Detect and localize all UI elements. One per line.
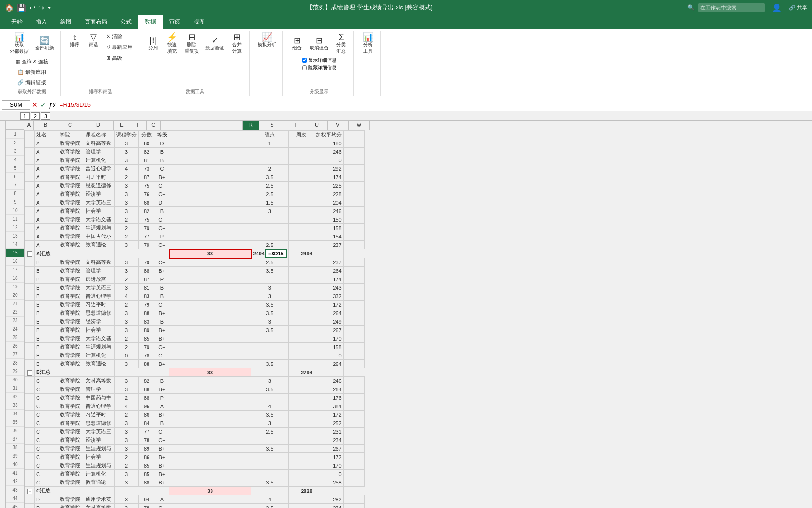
- cell-C42[interactable]: 教育学院: [58, 478, 84, 487]
- cell-A5[interactable]: [25, 165, 35, 173]
- cell-D44[interactable]: 通用学术英: [84, 495, 115, 504]
- tab-shitu[interactable]: 视图: [187, 15, 211, 29]
- cell-B16[interactable]: B: [35, 258, 58, 267]
- cell-B8[interactable]: A: [35, 190, 58, 198]
- cell-S9[interactable]: [288, 198, 314, 207]
- cell-S33[interactable]: [288, 402, 314, 411]
- cell-B13[interactable]: A: [35, 232, 58, 241]
- cell-G3[interactable]: B: [155, 148, 169, 156]
- cell-C40[interactable]: 教育学院: [58, 461, 84, 470]
- cell-U18[interactable]: [343, 275, 364, 284]
- cell-G24[interactable]: B+: [155, 326, 169, 334]
- cell-R28[interactable]: 3.5: [251, 360, 289, 368]
- cell-B41[interactable]: C: [35, 470, 58, 478]
- cell-U12[interactable]: [343, 224, 364, 232]
- cell-F24[interactable]: 89: [139, 326, 155, 334]
- cell-T6[interactable]: 174: [314, 173, 343, 182]
- cell-G26[interactable]: C+: [155, 343, 169, 351]
- cell-R37[interactable]: [251, 436, 289, 444]
- cell-D18[interactable]: 逃进放宫: [84, 275, 115, 284]
- col-header-F[interactable]: F: [130, 121, 147, 130]
- cell-U11[interactable]: [343, 215, 364, 224]
- cell-F3[interactable]: 82: [139, 148, 155, 156]
- cell-G33[interactable]: A: [155, 402, 169, 411]
- cell-G31[interactable]: B+: [155, 385, 169, 394]
- cell-D41[interactable]: 计算机化: [84, 470, 115, 478]
- cell-E3[interactable]: 3: [115, 148, 139, 156]
- cell-B7[interactable]: A: [35, 182, 58, 190]
- cell-S38[interactable]: [288, 444, 314, 453]
- cell-A26[interactable]: [25, 343, 35, 351]
- get-external-btn[interactable]: 📊 获取 外部数据: [8, 32, 31, 56]
- cell-R25[interactable]: [251, 334, 289, 343]
- cell-A30[interactable]: [25, 377, 35, 385]
- cell-U14[interactable]: [343, 241, 364, 249]
- cell-B35[interactable]: C: [35, 419, 58, 428]
- cell-C13[interactable]: 教育学院: [58, 232, 84, 241]
- cell-R39[interactable]: [251, 453, 289, 461]
- cell-HQ31[interactable]: [169, 385, 251, 394]
- cell-F45[interactable]: 78: [139, 504, 155, 508]
- cell-S36[interactable]: [288, 428, 314, 436]
- cell-A37[interactable]: [25, 436, 35, 444]
- cell-U5[interactable]: [343, 165, 364, 173]
- cell-F22[interactable]: 88: [139, 309, 155, 318]
- cell-HQ17[interactable]: [169, 267, 251, 275]
- cell-C10[interactable]: 教育学院: [58, 207, 84, 215]
- cell-HQ1[interactable]: [169, 131, 251, 139]
- cell-R26[interactable]: [251, 343, 289, 351]
- cell-A28[interactable]: [25, 360, 35, 368]
- cell-E31[interactable]: 3: [115, 385, 139, 394]
- cell-G20[interactable]: B: [155, 292, 169, 301]
- cell-E38[interactable]: 3: [115, 444, 139, 453]
- cell-T14[interactable]: 237: [314, 241, 343, 249]
- cell-E45[interactable]: 3: [115, 504, 139, 508]
- cell-T3[interactable]: 246: [314, 148, 343, 156]
- cell-C11[interactable]: 教育学院: [58, 215, 84, 224]
- cell-G5[interactable]: C: [155, 165, 169, 173]
- cell-R41[interactable]: [251, 470, 289, 478]
- cell-HQ24[interactable]: [169, 326, 251, 334]
- cell-D32[interactable]: 中国药与中: [84, 394, 115, 402]
- cell-R16[interactable]: 2.5: [251, 258, 289, 267]
- cell-A31[interactable]: [25, 385, 35, 394]
- cell-F18[interactable]: 87: [139, 275, 155, 284]
- col-header-G[interactable]: G: [147, 121, 161, 130]
- cell-C22[interactable]: 教育学院: [58, 309, 84, 318]
- cell-B11[interactable]: A: [35, 215, 58, 224]
- cell-S18[interactable]: [288, 275, 314, 284]
- col-header-S[interactable]: S: [259, 121, 285, 130]
- cell-A32[interactable]: [25, 394, 35, 402]
- cell-T1[interactable]: 加权平均分: [314, 131, 343, 139]
- cell-U43[interactable]: [314, 487, 343, 495]
- cell-F5[interactable]: 73: [139, 165, 155, 173]
- search-label[interactable]: 在工作表中搜索: [698, 3, 765, 12]
- cell-E34[interactable]: 2: [115, 411, 139, 419]
- cell-E1[interactable]: 课程学分: [115, 131, 139, 139]
- cell-HQ7[interactable]: [169, 182, 251, 190]
- cell-E15[interactable]: [115, 249, 155, 258]
- cell-U21[interactable]: [343, 301, 364, 309]
- cell-F8[interactable]: 76: [139, 190, 155, 198]
- cell-F1[interactable]: 分数: [139, 131, 155, 139]
- cell-A3[interactable]: [25, 148, 35, 156]
- cell-A4[interactable]: [25, 156, 35, 165]
- cell-U34[interactable]: [343, 411, 364, 419]
- cell-U31[interactable]: [343, 385, 364, 394]
- cell-F23[interactable]: 83: [139, 318, 155, 326]
- cell-T4[interactable]: 0: [314, 156, 343, 165]
- cell-A24[interactable]: [25, 326, 35, 334]
- cell-S27[interactable]: [288, 351, 314, 360]
- cell-S5[interactable]: [288, 165, 314, 173]
- cell-S14[interactable]: [288, 241, 314, 249]
- cell-C36[interactable]: 教育学院: [58, 428, 84, 436]
- cell-R14[interactable]: 2.5: [251, 241, 289, 249]
- cell-HQ21[interactable]: [169, 301, 251, 309]
- cell-E42[interactable]: 3: [115, 478, 139, 487]
- cell-D38[interactable]: 生涯规划与: [84, 444, 115, 453]
- cell-F40[interactable]: 85: [139, 461, 155, 470]
- cell-R32[interactable]: [251, 394, 289, 402]
- cell-B2[interactable]: A: [35, 139, 58, 148]
- cell-F32[interactable]: 88: [139, 394, 155, 402]
- cell-G19[interactable]: B: [155, 284, 169, 292]
